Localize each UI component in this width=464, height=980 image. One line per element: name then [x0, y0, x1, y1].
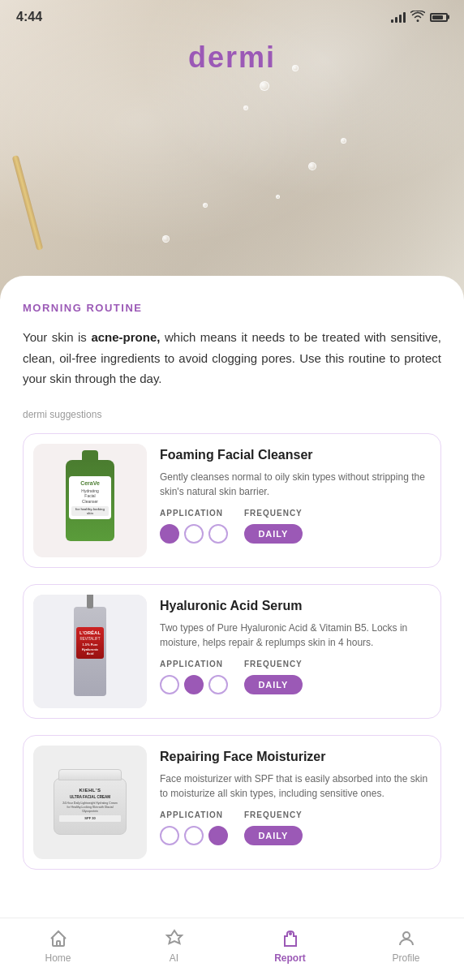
- product-info-moisturizer: Repairing Face Moisturizer Face moisturi…: [160, 746, 431, 859]
- dot-3-serum: [208, 675, 228, 694]
- frequency-label-moisturizer: FREQUENCY: [244, 810, 303, 819]
- application-dots-moisturizer: [160, 826, 228, 845]
- product-desc-serum: Two types of Pure Hyaluronic Acid & Vita…: [160, 621, 431, 650]
- kiehls-label: KIEHL'S ULTRA FACIAL CREAM 24-Hour Daily…: [59, 787, 121, 822]
- dot-2-serum: [184, 675, 204, 694]
- application-label-moisturizer: APPLICATION: [160, 810, 228, 819]
- product-name-serum: Hyaluronic Acid Serum: [160, 598, 431, 615]
- battery-icon: [430, 13, 448, 22]
- bubble-decoration: [292, 65, 299, 71]
- cerave-label: CeraVe HydratingFacialCleanser for healt…: [69, 476, 111, 520]
- product-card-cleanser: CeraVe HydratingFacialCleanser for healt…: [23, 433, 441, 568]
- suggestions-label: dermi suggestions: [23, 409, 441, 420]
- dot-2-cleanser: [184, 524, 204, 544]
- profile-icon: [396, 928, 417, 949]
- product-image-serum: L'ORÉAL REVITALIFT 1.5% PureHyaluronic A…: [33, 595, 147, 708]
- dot-3-moisturizer: [208, 826, 228, 845]
- status-time: 4:44: [16, 10, 42, 24]
- signal-icon: [391, 11, 406, 23]
- frequency-badge-cleanser: DAILY: [244, 524, 303, 544]
- hero-area: dermi: [0, 0, 464, 300]
- frequency-group-serum: FREQUENCY DAILY: [244, 660, 303, 694]
- product-image-cleanser: CeraVe HydratingFacialCleanser for healt…: [33, 444, 147, 557]
- dot-1-serum: [160, 675, 179, 694]
- product-image-moisturizer: KIEHL'S ULTRA FACIAL CREAM 24-Hour Daily…: [33, 746, 147, 859]
- application-label-serum: APPLICATION: [160, 660, 228, 668]
- application-group-moisturizer: APPLICATION: [160, 810, 228, 845]
- nav-label-profile: Profile: [392, 952, 419, 964]
- product-card-moisturizer: KIEHL'S ULTRA FACIAL CREAM 24-Hour Daily…: [23, 735, 441, 870]
- application-dots-serum: [160, 675, 228, 694]
- bubble-decoration: [162, 235, 170, 243]
- dot-2-moisturizer: [184, 826, 204, 845]
- frequency-group-moisturizer: FREQUENCY DAILY: [244, 810, 303, 845]
- serum-label: L'ORÉAL REVITALIFT 1.5% PureHyaluronic A…: [76, 627, 104, 659]
- dot-1-cleanser: [160, 524, 179, 544]
- skin-emphasis: acne-prone,: [91, 330, 160, 344]
- ai-icon: [164, 928, 185, 949]
- frequency-badge-serum: DAILY: [244, 675, 303, 694]
- product-meta-serum: APPLICATION FREQUENCY DAILY: [160, 660, 431, 694]
- dot-1-moisturizer: [160, 826, 179, 845]
- phone-container: 4:44: [0, 0, 464, 980]
- bubble-decoration: [308, 162, 316, 170]
- application-group-cleanser: APPLICATION: [160, 509, 228, 544]
- bubble-decoration: [341, 138, 346, 144]
- frequency-group-cleanser: FREQUENCY DAILY: [244, 509, 303, 544]
- product-meta-cleanser: APPLICATION FREQUENCY DAILY: [160, 509, 431, 544]
- product-desc-moisturizer: Face moisturizer with SPF that is easily…: [160, 772, 431, 801]
- wifi-icon: [410, 11, 425, 24]
- kiehls-jar: KIEHL'S ULTRA FACIAL CREAM 24-Hour Daily…: [54, 778, 127, 835]
- app-logo: dermi: [188, 41, 276, 75]
- product-desc-cleanser: Gently cleanses normal to oily skin type…: [160, 470, 431, 499]
- nav-label-home: Home: [45, 952, 71, 964]
- nav-item-report[interactable]: Report: [266, 928, 315, 964]
- bubble-decoration: [260, 81, 269, 91]
- kiehls-jar-wrapper: KIEHL'S ULTRA FACIAL CREAM 24-Hour Daily…: [54, 778, 127, 835]
- application-label-cleanser: APPLICATION: [160, 509, 228, 518]
- application-group-serum: APPLICATION: [160, 660, 228, 694]
- kiehls-lid: [58, 769, 122, 780]
- nav-item-ai[interactable]: AI: [150, 928, 199, 964]
- svg-point-1: [403, 932, 410, 939]
- product-card-serum: L'ORÉAL REVITALIFT 1.5% PureHyaluronic A…: [23, 584, 441, 719]
- bubble-decoration: [203, 203, 208, 208]
- product-info-cleanser: Foaming Facial Cleanser Gently cleanses …: [160, 444, 431, 557]
- nav-label-report: Report: [274, 952, 306, 964]
- bubble-decoration: [243, 105, 248, 110]
- dot-3-cleanser: [208, 524, 228, 544]
- home-icon: [48, 928, 69, 949]
- bottom-nav: Home AI Report: [0, 918, 464, 980]
- status-icons: [391, 11, 448, 24]
- serum-bottle: L'ORÉAL REVITALIFT 1.5% PureHyaluronic A…: [74, 607, 106, 696]
- application-dots-cleanser: [160, 524, 228, 544]
- frequency-label-cleanser: FREQUENCY: [244, 509, 303, 518]
- cerave-bottle: CeraVe HydratingFacialCleanser for healt…: [66, 460, 114, 541]
- product-meta-moisturizer: APPLICATION FREQUENCY DAILY: [160, 810, 431, 845]
- product-name-cleanser: Foaming Facial Cleanser: [160, 447, 431, 464]
- frequency-label-serum: FREQUENCY: [244, 660, 303, 668]
- report-icon: [280, 928, 301, 949]
- product-name-moisturizer: Repairing Face Moisturizer: [160, 749, 431, 766]
- main-card: MORNING ROUTINE Your skin is acne-prone,…: [0, 276, 464, 980]
- nav-item-home[interactable]: Home: [34, 928, 83, 964]
- svg-point-0: [290, 933, 291, 935]
- section-title: MORNING ROUTINE: [23, 302, 441, 314]
- frequency-badge-moisturizer: DAILY: [244, 826, 303, 845]
- product-info-serum: Hyaluronic Acid Serum Two types of Pure …: [160, 595, 431, 708]
- status-bar: 4:44: [0, 0, 464, 31]
- bubble-decoration: [276, 195, 280, 199]
- skin-desc-prefix: Your skin is: [23, 330, 91, 344]
- skin-description: Your skin is acne-prone, which means it …: [23, 327, 441, 389]
- nav-label-ai: AI: [170, 952, 178, 964]
- nav-item-profile[interactable]: Profile: [382, 928, 431, 964]
